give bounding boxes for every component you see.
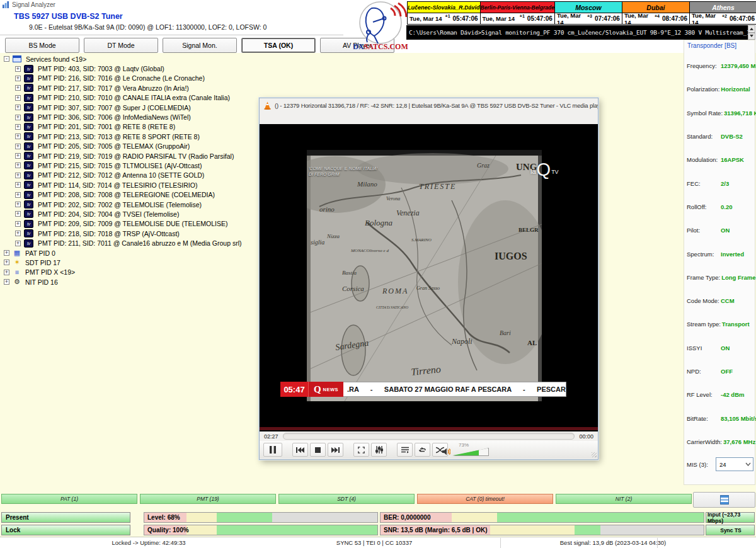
pid-table-icon: ≡ (13, 269, 21, 276)
pid-table-icon: ✶ (13, 259, 21, 266)
expand-icon[interactable]: + (15, 231, 21, 236)
expand-icon[interactable]: + (15, 124, 21, 130)
tv-icon: tv (24, 171, 33, 180)
tv-icon: tv (24, 94, 33, 102)
transponder-title: Transponder [BS] (684, 40, 755, 51)
tree-root[interactable]: - Services found <19> (4, 54, 401, 64)
tree-item-label: PMT PID: 213, SID: 7013 @ RETE 8 SPORT (… (38, 133, 200, 140)
chevron-down-icon (745, 462, 751, 466)
expand-icon[interactable]: + (15, 66, 21, 72)
vlc-titlebar[interactable]: () - 12379 Horizontal 31396,718 / RF: -4… (260, 98, 598, 112)
collapse-icon[interactable]: - (4, 56, 9, 62)
panel-action-button[interactable] (693, 492, 755, 508)
clock-city-label: Athens (690, 2, 756, 13)
transponder-row-label: Frame Type: (687, 274, 720, 281)
equalizer-button[interactable] (371, 443, 387, 457)
console-scrollbar[interactable] (748, 25, 755, 40)
loop-button[interactable] (415, 443, 430, 457)
scroll-down-icon[interactable] (748, 33, 755, 40)
app-title: Signal Analyzer (12, 1, 55, 8)
tree-item-label: PAT PID 0 (25, 249, 55, 257)
expand-icon[interactable]: + (15, 163, 21, 168)
expand-icon[interactable]: + (15, 211, 21, 217)
pid-table-icon: ▦ (13, 249, 21, 256)
expand-icon[interactable]: + (15, 182, 21, 188)
expand-icon[interactable]: + (4, 270, 9, 275)
previous-button[interactable] (292, 443, 308, 457)
transponder-row: Code Mode: CCM (684, 289, 756, 312)
volume-control[interactable]: 73% (452, 442, 493, 457)
mode-tab[interactable]: BS Mode (5, 38, 79, 53)
expand-icon[interactable]: + (4, 279, 9, 285)
ticker-headline: .RA - SABATO 27 MAGGIO RAF A PESCARA - P… (343, 382, 566, 397)
expand-icon[interactable]: + (15, 221, 21, 227)
expand-icon[interactable]: + (15, 105, 21, 110)
tree-item-label: PMT PID: 306, SID: 7006 @ InfoMediaNews … (38, 113, 191, 121)
clock-utc-offset: +1 (520, 14, 525, 18)
clock-time: 05:47:06 (453, 15, 478, 22)
expand-icon[interactable]: + (15, 202, 21, 207)
tree-item-label: PMT PID: 209, SID: 7009 @ TELEMOLISE DUE… (38, 220, 227, 227)
tv-icon: tv (24, 84, 33, 92)
mode-tab[interactable]: Signal Mon. (163, 38, 237, 53)
mis-dropdown[interactable]: 24 (716, 457, 753, 471)
transponder-row-value: 37,676 MHz (723, 438, 755, 445)
expand-icon[interactable]: + (15, 95, 21, 101)
tree-item-service[interactable]: + tv PMT PID: 216, SID: 7016 @ Le Cronac… (4, 74, 401, 83)
expand-icon[interactable]: + (15, 144, 21, 149)
transponder-row: Frame Type: Long Frame (684, 266, 756, 289)
svg-text:Venezia: Venezia (396, 208, 420, 217)
next-button[interactable] (328, 443, 343, 457)
expand-icon[interactable]: + (15, 173, 21, 178)
mode-tab-label: DT Mode (108, 42, 135, 49)
fullscreen-button[interactable] (353, 443, 369, 457)
resize-grip[interactable] (592, 452, 597, 457)
expand-icon[interactable]: + (15, 115, 21, 120)
expand-icon[interactable]: + (15, 192, 21, 198)
vlc-title-text: () - 12379 Horizontal 31396,718 / RF: -4… (275, 102, 598, 109)
mode-tab[interactable]: TSA (OK) (241, 38, 316, 53)
transponder-row: NPD: OFF (684, 360, 756, 383)
svg-text:S.MARINO: S.MARINO (411, 237, 432, 243)
expand-icon[interactable]: + (15, 76, 21, 81)
scroll-up-icon[interactable] (748, 25, 755, 33)
vlc-video-area[interactable]: UNGGrazMilanoTRIESTEVeronaVeneziaorinoBo… (260, 124, 598, 431)
command-prompt[interactable]: C:\Users\Roman Dávid>Signal monitoring_P… (406, 25, 748, 40)
ticker-brand: Q NEWS (308, 382, 343, 397)
tree-item-service[interactable]: + tv PMT PID: 403, SID: 7003 @ Laqtv (Gl… (4, 64, 401, 73)
svg-text:DXSATCS.COM: DXSATCS.COM (353, 42, 408, 51)
clock-date: Tue, Mar 14 (483, 15, 515, 22)
clock-city-label: Lučenec-Slovakia_R.Dávid (408, 2, 480, 13)
playlist-button[interactable] (397, 443, 413, 457)
svg-text:siglia: siglia (311, 239, 324, 246)
mode-tab-label: BS Mode (28, 42, 55, 49)
tv-icon: tv (24, 74, 33, 83)
video-letterbox-strip (260, 427, 598, 430)
lock-badge: Lock (1, 525, 130, 535)
pid-status-bar: NIT (2) (556, 494, 692, 504)
tree-item-service[interactable]: + tv PMT PID: 217, SID: 7017 @ Vera Abru… (4, 83, 401, 93)
svg-text:IUGOS: IUGOS (495, 251, 527, 261)
pid-status-label: PMT (19) (197, 496, 219, 502)
transponder-row-label: RollOff: (687, 203, 719, 210)
expand-icon[interactable]: + (15, 85, 21, 91)
world-clock: Athens Tue, Mar 14 +2 06:47:06 (690, 2, 756, 24)
svg-text:TRIESTE: TRIESTE (419, 182, 456, 191)
pause-button[interactable] (263, 443, 282, 457)
layers-icon (720, 495, 729, 505)
mode-tab[interactable]: DT Mode (84, 38, 158, 53)
clock-date: Tue, Mar 14 (624, 12, 655, 26)
pid-status-bar: PAT (1) (1, 494, 137, 504)
expand-icon[interactable]: + (15, 153, 21, 159)
seek-slider[interactable] (283, 433, 575, 440)
svg-text:CITTA'D.VATICANO: CITTA'D.VATICANO (376, 305, 409, 309)
expand-icon[interactable]: + (4, 250, 9, 256)
transponder-row-label: Symbol Rate: (687, 110, 723, 117)
expand-icon[interactable]: + (15, 241, 21, 246)
tree-item-label: PMT PID: 215, SID: 7015 @ TLTMOLISE1 (Aj… (38, 162, 202, 169)
expand-icon[interactable]: + (15, 134, 21, 139)
tv-icon: tv (24, 142, 33, 151)
elapsed-time: 02:27 (264, 433, 278, 440)
stop-button[interactable] (310, 443, 326, 457)
expand-icon[interactable]: + (4, 260, 9, 265)
